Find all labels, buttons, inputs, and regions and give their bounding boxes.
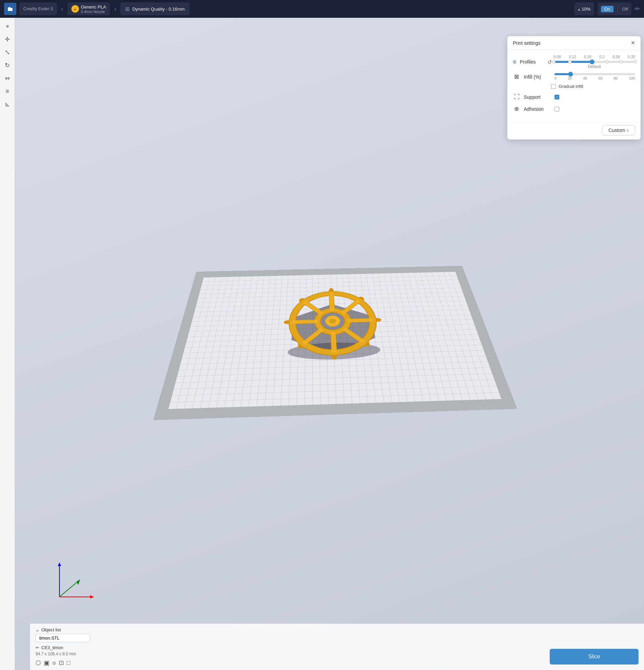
bottom-icon-1[interactable]: ⬡ [36, 659, 41, 667]
tool-move[interactable]: ✛ [2, 34, 13, 45]
tool-layers[interactable]: ≡ [2, 85, 13, 97]
infill-slider-wrap: 0 20 40 60 80 100 [554, 73, 635, 80]
panel-body: ≡ Profiles ↺ 0.08 0.12 0.16 0.2 [507, 50, 641, 122]
on-off-group: On Off [598, 2, 631, 15]
bottom-icon-2[interactable]: ▣ [44, 659, 50, 667]
object-filename-input[interactable] [36, 634, 90, 642]
move-icon: ✛ [5, 36, 10, 43]
off-label[interactable]: Off [622, 6, 628, 12]
svg-line-31 [304, 329, 323, 344]
tool-mirror[interactable]: ⇔ [2, 72, 13, 84]
svg-marker-36 [90, 595, 94, 599]
custom-btn-row: Custom › [507, 122, 641, 139]
adhesion-checkbox[interactable] [554, 107, 559, 111]
svg-line-27 [292, 321, 317, 322]
profiles-label: Profiles [520, 59, 544, 65]
infill-thumb[interactable] [568, 72, 573, 77]
infill-scale: 0 20 40 60 80 100 [554, 76, 635, 80]
bed-3d [153, 266, 517, 420]
ship-wheel-model [272, 285, 397, 367]
custom-button[interactable]: Custom › [602, 125, 635, 135]
quality-icon: ⊞ [125, 6, 129, 12]
panel-header: Print settings ✕ [507, 36, 641, 50]
gradual-infill-label: Gradual infill [559, 84, 583, 89]
infill-40: 40 [583, 76, 587, 80]
layer-slider-track[interactable] [554, 61, 635, 63]
logo-icon: 🖿 [7, 5, 13, 13]
bottom-icon-4[interactable]: ⊡ [59, 659, 64, 667]
support-row: ⛶ Support ✓ [513, 94, 635, 100]
reset-icon: ↺ [547, 59, 552, 65]
topbar-right: ⟁ 10% On Off ✏ [574, 2, 640, 15]
topbar: 🖿 Creality Ender-3 ‹ ▲ Generic PLA 0.4mm… [0, 0, 644, 18]
layer-thumb[interactable] [590, 59, 594, 64]
layer-val-5: 0.28 [613, 55, 620, 59]
quality-selector[interactable]: ⊞ Dynamic Quality - 0.16mm [120, 2, 189, 15]
support-label: Support [524, 94, 551, 100]
edit-settings-button[interactable]: ✏ [635, 5, 640, 13]
support-checkbox[interactable]: ✓ [554, 95, 559, 99]
pencil-icon: ✏ [635, 5, 640, 12]
tool-measure[interactable]: ⊾ [2, 98, 13, 110]
model-container[interactable] [272, 285, 397, 367]
infill-icon: ⊠ [513, 73, 520, 80]
filament-nozzle: 0.4mm Nozzle [81, 10, 106, 14]
default-label: Default [554, 64, 635, 69]
axes-group [56, 559, 97, 602]
infill-label: Infill (%) [524, 74, 551, 80]
overhang-icon: ⟁ [578, 6, 580, 12]
close-icon: ✕ [631, 40, 635, 46]
panel-close-button[interactable]: ✕ [631, 40, 635, 46]
filament-color-icon: ▲ [71, 5, 79, 13]
left-toolbar: ⌖ ✛ ⤡ ↻ ⇔ ≡ ⊾ [0, 18, 15, 670]
quality-label: Dynamic Quality - 0.16mm [132, 6, 184, 12]
bottom-icons: ⬡ ▣ ⌾ ⊡ □ [36, 659, 639, 667]
layers-icon: ≡ [5, 88, 9, 95]
filament-info: Generic PLA 0.4mm Nozzle [81, 4, 106, 14]
svg-marker-37 [58, 563, 61, 566]
object-list-header[interactable]: ⌄ Object list [36, 627, 639, 632]
pen-icon: ✏ [36, 645, 39, 650]
print-settings-panel: Print settings ✕ ≡ Profiles ↺ [507, 36, 641, 139]
app-logo: 🖿 [4, 3, 16, 15]
tool-select[interactable]: ⌖ [2, 21, 13, 32]
printer-nav-back[interactable]: ‹ [60, 4, 65, 14]
profiles-row: ≡ Profiles ↺ 0.08 0.12 0.16 0.2 [513, 55, 635, 69]
infill-track[interactable] [554, 73, 635, 75]
profiles-slider-section: 0.08 0.12 0.16 0.2 0.28 0.32 [554, 55, 635, 69]
on-badge[interactable]: On [601, 6, 614, 12]
bottom-icon-3[interactable]: ⌾ [52, 659, 56, 667]
bottom-icon-5[interactable]: □ [67, 659, 70, 667]
svg-line-26 [333, 332, 334, 352]
select-icon: ⌖ [6, 23, 9, 30]
custom-chevron: › [627, 128, 629, 133]
gradual-infill-checkbox[interactable] [551, 84, 556, 89]
chevron-down-icon: ⌄ [36, 627, 39, 632]
svg-marker-38 [77, 580, 80, 585]
slice-label: Slice [588, 654, 600, 659]
tool-rotate[interactable]: ↻ [2, 59, 13, 71]
filament-nav-back[interactable]: ‹ [113, 4, 118, 14]
printer-selector[interactable]: Creality Ender-3 [19, 2, 57, 15]
adhesion-icon: ⊕ [513, 105, 520, 112]
bed-grid [168, 272, 501, 409]
layer-val-2: 0.12 [569, 55, 576, 59]
adhesion-row: ⊕ Adhesion [513, 105, 635, 112]
main-area: ⌖ ✛ ⤡ ↻ ⇔ ≡ ⊾ [0, 18, 644, 670]
svg-line-29 [304, 302, 321, 314]
pct-value: 10% [582, 6, 591, 12]
mirror-icon: ⇔ [5, 75, 10, 82]
object-dimensions: 94.7 x 108.4 x 8.0 mm [36, 652, 639, 656]
viewport[interactable]: Print settings ✕ ≡ Profiles ↺ [15, 18, 644, 670]
layer-slider-fill [554, 61, 592, 63]
filament-name: Generic PLA [81, 4, 106, 10]
svg-line-35 [59, 580, 80, 597]
profiles-controls: ↺ 0.08 0.12 0.16 0.2 0.28 0.32 [547, 55, 635, 69]
tool-scale[interactable]: ⤡ [2, 46, 13, 58]
slice-button[interactable]: Slice [550, 649, 639, 665]
object-name: CE3_timon [41, 645, 63, 650]
layer-val-1: 0.08 [554, 55, 561, 59]
reset-profile-button[interactable]: ↺ [547, 59, 552, 65]
filament-selector[interactable]: ▲ Generic PLA 0.4mm Nozzle [67, 2, 110, 15]
infill-20: 20 [568, 76, 572, 80]
